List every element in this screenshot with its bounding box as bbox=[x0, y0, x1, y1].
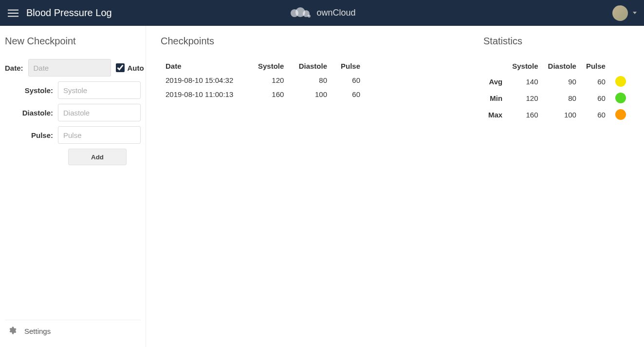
pulse-label: Pulse: bbox=[5, 131, 53, 139]
stat-row-max: Max 160 100 60 bbox=[483, 106, 631, 123]
statistics-panel: Statistics Systole Diastole Pulse Avg 14… bbox=[469, 26, 644, 347]
stat-systole: 140 bbox=[507, 73, 543, 90]
stat-systole: 160 bbox=[507, 106, 543, 123]
stat-label: Max bbox=[483, 106, 507, 123]
stat-diastole: 100 bbox=[543, 106, 581, 123]
add-button[interactable]: Add bbox=[68, 149, 127, 165]
form-row-systole: Systole: bbox=[5, 81, 141, 99]
left-panel: New Checkpoint Date: Auto Systole: Diast… bbox=[0, 26, 146, 347]
svg-rect-1 bbox=[8, 13, 18, 14]
stat-diastole: 90 bbox=[543, 73, 581, 90]
settings-label: Settings bbox=[24, 327, 51, 335]
user-menu[interactable] bbox=[612, 5, 637, 21]
auto-label: Auto bbox=[128, 64, 144, 72]
pulse-input[interactable] bbox=[58, 126, 141, 144]
cell-diastole: 80 bbox=[289, 73, 332, 87]
statistics-table: Systole Diastole Pulse Avg 140 90 60 Min… bbox=[483, 59, 631, 123]
status-dot-max bbox=[615, 109, 626, 120]
checkpoints-panel: Checkpoints Date Systole Diastole Pulse … bbox=[146, 26, 469, 347]
status-dot-avg bbox=[615, 76, 626, 87]
stat-col-systole: Systole bbox=[507, 59, 543, 73]
cell-pulse: 60 bbox=[332, 87, 365, 101]
stat-col-pulse: Pulse bbox=[581, 59, 610, 73]
auto-checkbox[interactable] bbox=[116, 63, 125, 72]
checkpoints-title: Checkpoints bbox=[161, 36, 454, 47]
cell-date: 2019-08-10 11:00:13 bbox=[161, 87, 248, 101]
diastole-input[interactable] bbox=[58, 104, 141, 121]
stat-diastole: 80 bbox=[543, 90, 581, 106]
gear-icon bbox=[8, 326, 17, 336]
form-row-pulse: Pulse: bbox=[5, 126, 141, 144]
status-dot-min bbox=[615, 93, 626, 103]
stat-row-avg: Avg 140 90 60 bbox=[483, 73, 631, 90]
cell-date: 2019-08-10 15:04:32 bbox=[161, 73, 248, 87]
statistics-title: Statistics bbox=[483, 36, 629, 47]
checkpoints-table: Date Systole Diastole Pulse 2019-08-10 1… bbox=[161, 59, 365, 101]
col-pulse: Pulse bbox=[332, 59, 365, 73]
stat-label: Avg bbox=[483, 73, 507, 90]
cell-systole: 120 bbox=[248, 73, 289, 87]
col-diastole: Diastole bbox=[289, 59, 332, 73]
stat-row-min: Min 120 80 60 bbox=[483, 90, 631, 106]
cell-pulse: 60 bbox=[332, 73, 365, 87]
menu-icon[interactable] bbox=[7, 7, 19, 19]
systole-input[interactable] bbox=[58, 81, 141, 99]
avatar bbox=[612, 5, 628, 21]
stat-col-diastole: Diastole bbox=[543, 59, 581, 73]
date-label: Date: bbox=[5, 64, 23, 72]
settings-link[interactable]: Settings bbox=[5, 320, 141, 342]
stat-label: Min bbox=[483, 90, 507, 106]
col-date: Date bbox=[161, 59, 248, 73]
table-row: 2019-08-10 15:04:32 120 80 60 bbox=[161, 73, 365, 87]
cell-diastole: 100 bbox=[289, 87, 332, 101]
form-row-date: Date: Auto bbox=[5, 59, 141, 77]
svg-rect-0 bbox=[8, 9, 18, 10]
stat-systole: 120 bbox=[507, 90, 543, 106]
svg-point-6 bbox=[307, 15, 310, 18]
stat-pulse: 60 bbox=[581, 106, 610, 123]
cell-systole: 160 bbox=[248, 87, 289, 101]
form-row-diastole: Diastole: bbox=[5, 104, 141, 121]
brand-area: ownCloud bbox=[288, 5, 355, 20]
app-title: Blood Pressure Log bbox=[26, 7, 112, 19]
diastole-label: Diastole: bbox=[5, 109, 53, 117]
chevron-down-icon bbox=[633, 12, 637, 14]
top-bar: Blood Pressure Log ownCloud bbox=[0, 0, 644, 26]
stat-pulse: 60 bbox=[581, 73, 610, 90]
new-checkpoint-title: New Checkpoint bbox=[5, 36, 141, 47]
brand-label: ownCloud bbox=[316, 8, 355, 18]
col-systole: Systole bbox=[248, 59, 289, 73]
table-row: 2019-08-10 11:00:13 160 100 60 bbox=[161, 87, 365, 101]
stat-pulse: 60 bbox=[581, 90, 610, 106]
owncloud-logo-icon bbox=[288, 5, 312, 20]
systole-label: Systole: bbox=[5, 86, 53, 95]
svg-rect-2 bbox=[8, 16, 18, 17]
date-input bbox=[28, 59, 111, 77]
